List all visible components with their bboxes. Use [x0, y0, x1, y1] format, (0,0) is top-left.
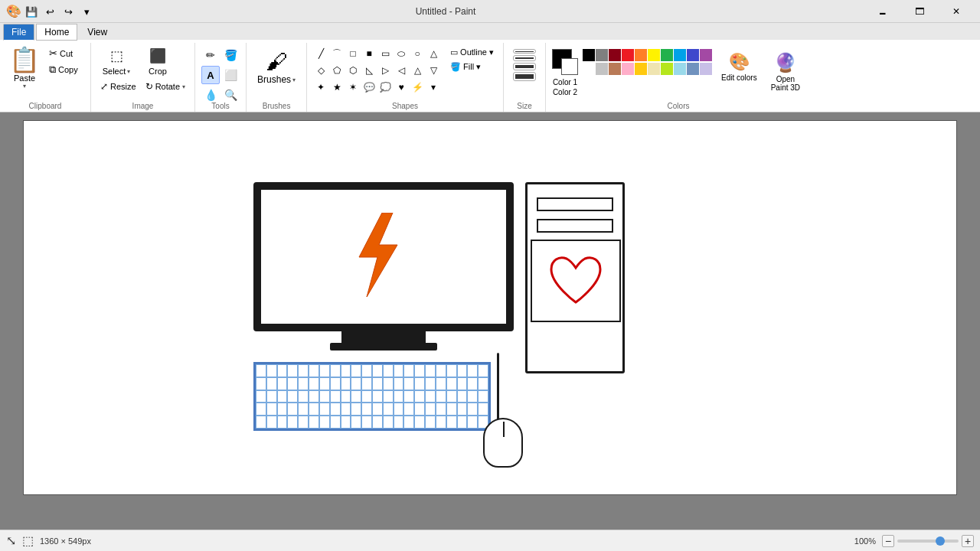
undo-button[interactable]: ↩ — [41, 3, 58, 20]
shape-round-rect[interactable]: ▭ — [377, 46, 393, 61]
shape-line[interactable]: ╱ — [313, 46, 328, 61]
color-swatch[interactable] — [609, 63, 621, 75]
color-swatch[interactable] — [674, 49, 686, 61]
shape-ellipse-outline[interactable]: ○ — [410, 46, 425, 61]
color1-label: Color 1 — [553, 78, 577, 86]
key-cell — [436, 390, 446, 403]
color-swatch[interactable] — [700, 49, 712, 61]
color-swatch[interactable] — [609, 49, 621, 61]
key-cell — [330, 364, 341, 377]
paste-button[interactable]: 📋 Paste ▾ — [6, 46, 43, 91]
minimize-button[interactable]: 🗕 — [865, 0, 900, 23]
color-swatch[interactable] — [635, 49, 647, 61]
color-swatch[interactable] — [596, 63, 608, 75]
color-swatch[interactable] — [661, 49, 673, 61]
copy-button[interactable]: ⧉ Copy — [46, 62, 84, 77]
color-swatch[interactable] — [687, 63, 699, 75]
shape-callout-rect[interactable]: 💬 — [361, 80, 377, 95]
key-cell — [319, 377, 330, 390]
shape-arrow-left[interactable]: ◁ — [394, 63, 409, 78]
lightning-bolt — [345, 213, 407, 299]
zoom-thumb[interactable] — [936, 536, 945, 546]
shape-round-rect2[interactable]: ⬭ — [394, 46, 409, 61]
color-swatch[interactable] — [596, 49, 608, 61]
shape-hex[interactable]: ⬡ — [345, 63, 361, 78]
outline-button[interactable]: ▭ Outline ▾ — [447, 46, 497, 59]
crop-button[interactable]: ⬛ Crop — [139, 46, 177, 77]
shape-diamond[interactable]: ◇ — [313, 63, 328, 78]
canvas-area[interactable] — [0, 112, 980, 530]
resize-button[interactable]: ⤢ Resize — [97, 80, 139, 93]
fill-tool[interactable]: 🪣 — [221, 46, 240, 64]
redo-button[interactable]: ↪ — [60, 3, 77, 20]
size-option-2[interactable] — [513, 55, 536, 61]
color-swatch[interactable] — [622, 63, 634, 75]
shape-4point-star[interactable]: ✦ — [313, 80, 328, 95]
shape-callout-round[interactable]: 💭 — [377, 80, 393, 95]
color-swatch[interactable] — [583, 49, 595, 61]
shape-6point-star[interactable]: ✶ — [345, 80, 361, 95]
color-boxes — [552, 49, 578, 75]
shape-heart[interactable]: ♥ — [394, 80, 409, 95]
brushes-group: 🖌 Brushes ▾ Brushes — [247, 43, 307, 112]
color-swatch[interactable] — [583, 63, 595, 75]
shape-triangle[interactable]: △ — [426, 46, 441, 61]
size-option-3[interactable] — [513, 63, 536, 70]
brushes-button[interactable]: 🖌 Brushes ▾ — [253, 46, 300, 88]
key-cell — [436, 416, 446, 429]
select-button[interactable]: ⬚ Select ▾ — [97, 46, 136, 77]
close-button[interactable]: ✕ — [939, 0, 974, 23]
customize-quick-access-button[interactable]: ▾ — [78, 3, 95, 20]
select-dropdown-icon: ▾ — [127, 68, 130, 75]
copy-icon: ⧉ — [49, 64, 56, 76]
shape-5point-star[interactable]: ★ — [329, 80, 345, 95]
fill-button[interactable]: 🪣 Fill ▾ — [447, 60, 497, 73]
size-option-4[interactable] — [513, 72, 536, 81]
save-button[interactable]: 💾 — [23, 3, 40, 20]
shape-expand[interactable]: ▾ — [426, 80, 441, 95]
edit-colors-button[interactable]: 🎨 Edit colors — [717, 49, 762, 85]
color2-box[interactable] — [561, 58, 578, 75]
key-cell — [351, 416, 361, 429]
tab-view[interactable]: View — [79, 24, 116, 40]
resize-handle-icon[interactable]: ⤡ — [6, 533, 16, 548]
color-swatch[interactable] — [635, 63, 647, 75]
shape-lightning[interactable]: ⚡ — [410, 80, 425, 95]
zoom-track[interactable] — [897, 540, 959, 543]
shape-rect-fill[interactable]: ■ — [361, 46, 377, 61]
color-swatch[interactable] — [648, 63, 660, 75]
shape-rect-outline[interactable]: □ — [345, 46, 361, 61]
key-cell — [256, 377, 266, 390]
color-swatch[interactable] — [648, 49, 660, 61]
color-swatch[interactable] — [661, 63, 673, 75]
pencil-tool[interactable]: ✏ — [201, 46, 220, 64]
zoom-out-button[interactable]: − — [882, 535, 894, 547]
open-paint3d-button[interactable]: 🔮 OpenPaint 3D — [766, 49, 805, 95]
color-display-area: Color 1 Color 2 — [552, 49, 578, 96]
size-option-1[interactable] — [513, 49, 536, 54]
color-swatch[interactable] — [674, 63, 686, 75]
text-tool[interactable]: A — [201, 66, 220, 84]
tab-home[interactable]: Home — [36, 24, 77, 41]
tab-file[interactable]: File — [3, 24, 34, 41]
edit-colors-icon: 🎨 — [729, 52, 750, 72]
zoom-in-button[interactable]: + — [962, 535, 974, 547]
key-cell — [309, 416, 319, 429]
color-swatch[interactable] — [687, 49, 699, 61]
shape-arrow-down[interactable]: ▽ — [426, 63, 441, 78]
shape-pentagon[interactable]: ⬠ — [329, 63, 345, 78]
shape-arrow-up[interactable]: △ — [410, 63, 425, 78]
color-swatch[interactable] — [700, 63, 712, 75]
paint-canvas[interactable] — [23, 120, 957, 495]
key-cell — [425, 364, 436, 377]
shape-arrow-right[interactable]: ▷ — [377, 63, 393, 78]
maximize-button[interactable]: 🗖 — [902, 0, 937, 23]
key-cell — [394, 390, 404, 403]
rotate-button[interactable]: ↻ Rotate ▾ — [142, 80, 188, 93]
eraser-tool[interactable]: ⬜ — [221, 66, 240, 84]
shape-curve[interactable]: ⌒ — [329, 46, 345, 61]
color-swatch[interactable] — [622, 49, 634, 61]
shape-right-triangle[interactable]: ◺ — [361, 63, 377, 78]
outline-label: Outline ▾ — [460, 47, 494, 57]
cut-button[interactable]: ✂ Cut — [46, 46, 84, 60]
